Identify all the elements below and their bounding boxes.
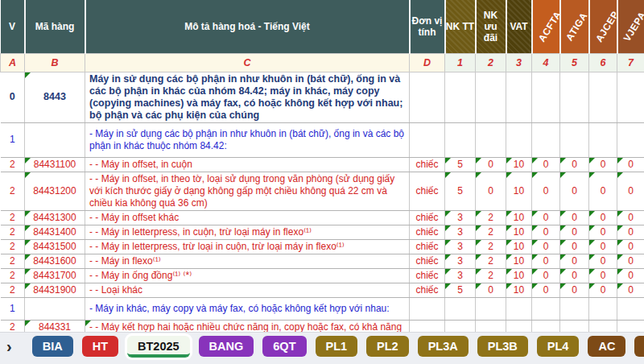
cell-description[interactable]: - - Máy in offset, in cuộn <box>85 157 410 172</box>
cell-vat[interactable] <box>506 122 532 157</box>
cell-atiga[interactable] <box>560 72 589 122</box>
sheet-tab-at[interactable]: AT <box>634 336 644 357</box>
cell-acfta[interactable]: 0 <box>532 283 560 297</box>
sheet-tab-pl1[interactable]: PL1 <box>316 336 358 357</box>
sheet-tab-ac[interactable]: AC <box>588 336 625 357</box>
cell-vjepa[interactable]: 0 <box>617 239 644 254</box>
cell-acfta[interactable]: 0 <box>532 254 560 268</box>
letter-cell-d[interactable]: D <box>410 53 445 72</box>
cell-nktt[interactable]: 5 <box>445 157 476 172</box>
cell-nktt[interactable]: 3 <box>445 210 476 225</box>
sheet-tab-bia[interactable]: BIA <box>32 336 73 357</box>
cell-nkud[interactable] <box>476 72 506 122</box>
cell-acfta[interactable] <box>532 122 560 157</box>
cell-atiga[interactable]: 0 <box>560 225 589 239</box>
cell-level[interactable]: 2 <box>1 239 25 254</box>
cell-description[interactable]: - - Máy in ống đồng⁽¹⁾ ⁽*⁾ <box>85 268 410 283</box>
cell-nkud[interactable] <box>476 297 506 320</box>
column-header-acfta[interactable]: ACFTA <box>532 0 560 53</box>
cell-atiga[interactable] <box>560 297 589 320</box>
sheet-tab-pl2[interactable]: PL2 <box>366 336 409 357</box>
cell-nkud[interactable]: 0 <box>476 172 506 210</box>
cell-ajcep[interactable]: 0 <box>589 254 617 268</box>
cell-level[interactable]: 1 <box>1 297 25 320</box>
cell-nktt[interactable]: 3 <box>445 239 476 254</box>
cell-vjepa[interactable]: 0 <box>617 210 644 225</box>
cell-description[interactable]: - - Loại khác <box>85 283 410 297</box>
cell-nkud[interactable] <box>476 122 506 157</box>
column-header-code[interactable]: Mã hàng <box>25 0 85 53</box>
letter-cell-3[interactable]: 3 <box>506 53 532 72</box>
cell-ajcep[interactable] <box>589 72 617 122</box>
cell-vat[interactable]: 10 <box>506 225 532 239</box>
cell-unit[interactable] <box>410 122 445 157</box>
cell-vat[interactable]: 10 <box>506 172 532 210</box>
cell-nktt[interactable]: 3 <box>445 268 476 283</box>
cell-hs-code[interactable]: 84431900 <box>25 283 85 297</box>
sheet-tab-ht[interactable]: HT <box>82 336 118 357</box>
cell-unit[interactable]: chiếc <box>410 254 445 268</box>
cell-hs-code[interactable]: 84431300 <box>25 210 85 225</box>
cell-nkud[interactable]: 2 <box>476 254 506 268</box>
cell-vat[interactable]: 10 <box>506 157 532 172</box>
cell-ajcep[interactable] <box>589 122 617 157</box>
cell-description[interactable]: - - Máy in letterpress, in cuộn, trừ loạ… <box>85 225 410 239</box>
letter-cell-4[interactable]: 4 <box>532 53 560 72</box>
letter-cell-a[interactable]: A <box>1 53 25 72</box>
cell-nkud[interactable]: 2 <box>476 239 506 254</box>
cell-acfta[interactable]: 0 <box>532 225 560 239</box>
cell-acfta[interactable]: 0 <box>532 268 560 283</box>
letter-cell-6[interactable]: 6 <box>589 53 617 72</box>
cell-nktt[interactable] <box>445 320 476 332</box>
cell-atiga[interactable]: 0 <box>560 268 589 283</box>
cell-atiga[interactable]: 0 <box>560 254 589 268</box>
cell-atiga[interactable]: 0 <box>560 210 589 225</box>
cell-description[interactable]: - - Máy kết hợp hai hoặc nhiều chức năng… <box>85 320 410 332</box>
column-header-description[interactable]: Mô tả hàng hoá - Tiếng Việt <box>85 0 410 53</box>
cell-vjepa[interactable]: 0 <box>617 283 644 297</box>
letter-cell-5[interactable]: 5 <box>560 53 589 72</box>
cell-level[interactable]: 2 <box>1 210 25 225</box>
cell-ajcep[interactable]: 0 <box>589 157 617 172</box>
cell-vjepa[interactable] <box>617 122 644 157</box>
cell-acfta[interactable]: 0 <box>532 239 560 254</box>
cell-nkud[interactable]: 2 <box>476 210 506 225</box>
cell-level[interactable]: 2 <box>1 225 25 239</box>
cell-level[interactable]: 2 <box>1 283 25 297</box>
cell-hs-code[interactable]: 84431500 <box>25 239 85 254</box>
cell-nktt[interactable]: 5 <box>445 283 476 297</box>
cell-hs-code[interactable]: 84431700 <box>25 268 85 283</box>
cell-atiga[interactable] <box>560 122 589 157</box>
cell-hs-code[interactable]: 8443 <box>25 72 85 122</box>
cell-vjepa[interactable]: 0 <box>617 268 644 283</box>
column-header-nkuudai[interactable]: NK ưu đãi <box>476 0 506 53</box>
cell-hs-code[interactable]: 84431600 <box>25 254 85 268</box>
cell-vjepa[interactable]: 0 <box>617 225 644 239</box>
cell-unit[interactable] <box>410 320 445 332</box>
cell-unit[interactable] <box>410 297 445 320</box>
cell-vat[interactable] <box>506 320 532 332</box>
cell-vjepa[interactable] <box>617 320 644 332</box>
cell-vat[interactable]: 10 <box>506 239 532 254</box>
cell-unit[interactable]: chiếc <box>410 157 445 172</box>
letter-cell-7[interactable]: 7 <box>617 53 644 72</box>
cell-vjepa[interactable]: 0 <box>617 157 644 172</box>
column-header-unit[interactable]: Đơn vị tính <box>410 0 445 53</box>
cell-nkud[interactable]: 2 <box>476 225 506 239</box>
cell-acfta[interactable] <box>532 297 560 320</box>
cell-vat[interactable]: 10 <box>506 210 532 225</box>
cell-atiga[interactable]: 0 <box>560 172 589 210</box>
cell-nktt[interactable]: 5 <box>445 172 476 210</box>
cell-nktt[interactable]: 3 <box>445 225 476 239</box>
cell-atiga[interactable]: 0 <box>560 283 589 297</box>
sheet-tab-pl3b[interactable]: PL3B <box>477 336 528 357</box>
column-header-v[interactable]: V <box>1 0 25 53</box>
cell-ajcep[interactable]: 0 <box>589 283 617 297</box>
cell-nkud[interactable]: 2 <box>476 268 506 283</box>
column-header-vjepa[interactable]: VJEPA <box>617 0 644 53</box>
cell-hs-code[interactable]: 844331 <box>25 320 85 332</box>
cell-unit[interactable]: chiếc <box>410 268 445 283</box>
cell-hs-code[interactable] <box>25 122 85 157</box>
column-header-ajcep[interactable]: AJCEP <box>589 0 617 53</box>
cell-level[interactable]: 2 <box>1 320 25 332</box>
